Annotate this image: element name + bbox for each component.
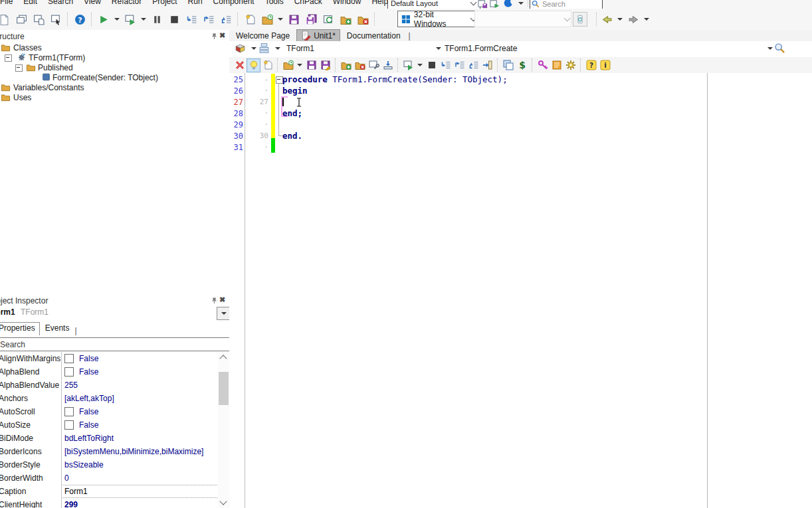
folder-x-icon[interactable] <box>353 58 367 72</box>
scroll-down-icon[interactable] <box>219 497 227 505</box>
door-arrow-icon[interactable] <box>480 58 494 72</box>
window-wrench-icon[interactable] <box>367 58 381 72</box>
help-box-icon[interactable]: ? <box>584 58 598 72</box>
property-value[interactable]: 255 <box>64 381 78 390</box>
dropdown-arrow-icon[interactable] <box>251 47 256 50</box>
code-lines[interactable]: 25-procedure TForm1.FormCreate(Sender: T… <box>229 74 812 153</box>
nav-back-icon[interactable] <box>598 11 615 28</box>
step-out-icon[interactable] <box>466 58 480 72</box>
menu-window[interactable]: Window <box>328 0 367 6</box>
dropdown-arrow-icon[interactable] <box>617 18 623 21</box>
tree-item-formcreate-sender-tobject-[interactable]: FormCreate(Sender: TObject) <box>0 72 229 82</box>
folder-plus-icon[interactable] <box>339 58 353 72</box>
menu-refactor[interactable]: Refactor <box>106 0 147 6</box>
tree-item-classes[interactable]: Classes <box>0 42 229 52</box>
new-page-icon[interactable] <box>0 11 13 28</box>
apply-layout-icon[interactable] <box>490 0 500 9</box>
code-line-30[interactable]: 3030end. <box>229 130 812 141</box>
checkbox[interactable] <box>64 407 74 416</box>
search-method-icon[interactable] <box>774 42 786 54</box>
editor-tab-documentation[interactable]: Documentation <box>340 30 407 41</box>
help-icon[interactable]: ? <box>71 11 88 28</box>
property-row-autoscroll[interactable]: AutoScrollFalse <box>0 405 217 418</box>
property-value-editor[interactable]: Form1 <box>62 485 217 498</box>
todo-icon[interactable] <box>550 58 563 72</box>
property-value[interactable]: 0 <box>64 473 69 483</box>
nav-forward-icon[interactable] <box>625 11 642 28</box>
run-window-icon[interactable] <box>401 58 415 72</box>
run-icon[interactable] <box>95 11 112 28</box>
window-page-icon[interactable] <box>30 11 47 28</box>
desktop-layout-combo[interactable]: Default Layout <box>387 0 480 9</box>
sections-icon[interactable] <box>258 42 270 54</box>
ide-search-input[interactable] <box>541 0 597 9</box>
property-row-caption[interactable]: CaptionForm1 <box>0 485 217 498</box>
object-selector-dropdown[interactable] <box>217 307 230 320</box>
red-x-icon[interactable] <box>233 58 247 72</box>
property-search-input[interactable] <box>0 339 201 350</box>
close-icon[interactable]: ✖ <box>219 31 225 40</box>
step-over-icon[interactable] <box>439 58 453 72</box>
code-line-27[interactable]: 2727 <box>229 96 812 108</box>
form-toggle-icon[interactable] <box>501 58 515 72</box>
menu-edit[interactable]: Edit <box>18 0 43 6</box>
checkbox[interactable] <box>64 367 74 377</box>
target-platform-combo[interactable]: 32-bit Windows <box>397 11 481 27</box>
save-icon[interactable] <box>285 11 302 28</box>
code-line-28[interactable]: 28·end; <box>229 108 812 119</box>
key-find-icon[interactable] <box>536 58 550 72</box>
property-value[interactable]: 299 <box>64 500 78 508</box>
theme-icon[interactable] <box>503 0 514 9</box>
code-line-31[interactable]: 31· <box>229 141 812 153</box>
code-line-25[interactable]: 25-procedure TForm1.FormCreate(Sender: T… <box>229 74 812 85</box>
scroll-up-icon[interactable] <box>219 355 227 362</box>
new-item-icon[interactable] <box>260 58 274 72</box>
save-icon[interactable] <box>304 58 318 72</box>
property-value[interactable]: False <box>79 420 98 430</box>
trace-into-icon[interactable] <box>453 58 466 72</box>
stop-icon[interactable] <box>425 58 439 72</box>
gear-icon[interactable] <box>563 58 577 72</box>
pause-icon[interactable] <box>148 11 165 28</box>
property-row-alignwithmargins[interactable]: AlignWithMarginsFalse <box>0 352 217 365</box>
property-row-bidimode[interactable]: BiDiModebdLeftToRight <box>0 432 217 445</box>
dropdown-arrow-icon[interactable] <box>644 18 649 21</box>
target-device-combo[interactable] <box>474 11 571 27</box>
tree-item-variables-constants[interactable]: Variables/Constants <box>0 82 229 92</box>
ide-search-box[interactable] <box>530 0 603 9</box>
property-row-alphablendvalue[interactable]: AlphaBlendValue255 <box>0 379 217 392</box>
property-value[interactable]: False <box>79 407 98 416</box>
menu-view[interactable]: View <box>78 0 106 6</box>
open-recent-icon[interactable] <box>258 11 276 28</box>
new-item-icon[interactable] <box>241 11 258 28</box>
install-icon[interactable] <box>381 58 395 72</box>
code-area[interactable]: 25-procedure TForm1.FormCreate(Sender: T… <box>229 73 812 508</box>
tree-item-uses[interactable]: Uses <box>0 92 229 102</box>
checkbox[interactable] <box>64 354 74 363</box>
trace-into-icon[interactable] <box>200 11 217 28</box>
editor-tab-unit1-[interactable]: Unit1* <box>296 29 340 42</box>
property-row-bordericons[interactable]: BorderIcons[biSystemMenu,biMinimize,biMa… <box>0 445 217 458</box>
tree-item-tform1-tform-[interactable]: TForm1(TForm) <box>0 52 229 62</box>
menu-search[interactable]: Search <box>43 0 78 6</box>
property-row-borderstyle[interactable]: BorderStylebsSizeable <box>0 458 217 471</box>
property-value[interactable]: False <box>79 354 98 363</box>
menu-project[interactable]: Project <box>147 0 182 6</box>
dropdown-arrow-icon[interactable] <box>417 64 423 66</box>
bulb-icon[interactable] <box>247 58 260 72</box>
code-line-26[interactable]: 26·begin <box>229 85 812 96</box>
property-row-autosize[interactable]: AutoSizeFalse <box>0 418 217 432</box>
method-selector-value[interactable]: TForm1.FormCreate <box>445 44 517 53</box>
property-row-anchors[interactable]: Anchors[akLeft,akTop] <box>0 392 217 405</box>
property-grid-scrollbar[interactable] <box>218 352 229 508</box>
editor-tab-welcome-page[interactable]: Welcome Page <box>229 30 296 41</box>
save-as-icon[interactable] <box>318 58 332 72</box>
tab-properties[interactable]: Properties <box>0 322 40 335</box>
folder-x-icon[interactable] <box>354 11 371 28</box>
collapse-icon[interactable] <box>15 64 23 72</box>
step-out-icon[interactable] <box>217 11 235 28</box>
dropdown-arrow-icon[interactable] <box>114 18 120 21</box>
property-value[interactable]: [biSystemMenu,biMinimize,biMaximize] <box>64 447 203 456</box>
step-over-icon[interactable] <box>183 11 200 28</box>
save-all-icon[interactable] <box>302 11 320 28</box>
